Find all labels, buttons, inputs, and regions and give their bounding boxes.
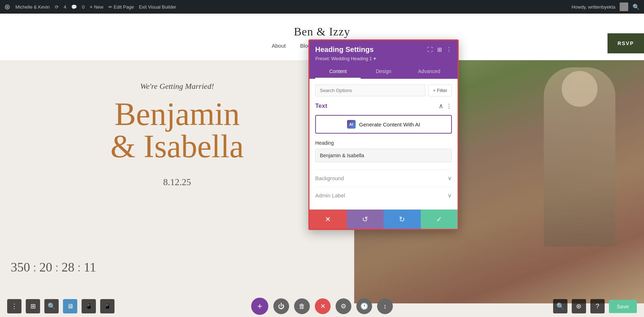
background-section[interactable]: Background ∨	[315, 169, 452, 187]
generate-ai-label: Generate Content With AI	[359, 121, 420, 128]
toolbar-search-right-button[interactable]: 🔍	[553, 299, 567, 313]
panel-tabs: Content Design Advanced	[315, 65, 452, 79]
bottom-toolbar: ⋮ ⊞ 🔍 🖥 📱 📱 + ⏻ 🗑 ✕ ⚙ 🕐 ↕ 🔍 ⊛ ? Save	[0, 296, 644, 317]
panel-body: + Filter Text ∧ ⋮ AI Generate Content Wi…	[309, 79, 458, 210]
heading-settings-panel: Heading Settings ⛶ ⊞ ⋮ Preset: Wedding H…	[308, 39, 459, 230]
name-line1: Benjamin	[111, 98, 244, 130]
plus-icon: +	[90, 4, 93, 10]
toolbar-help-button[interactable]: ?	[590, 299, 605, 313]
toolbar-menu-button[interactable]: ⋮	[7, 299, 21, 313]
section-icons: ∧ ⋮	[439, 102, 452, 110]
toolbar-resize-button[interactable]: ↕	[377, 298, 393, 314]
panel-undo-button[interactable]: ↺	[347, 210, 384, 229]
panel-header: Heading Settings ⛶ ⊞ ⋮ Preset: Wedding H…	[309, 40, 458, 79]
heading-field-input[interactable]	[315, 149, 452, 162]
countdown-hours: 20	[39, 260, 52, 275]
admin-label-chevron-icon: ∨	[448, 192, 452, 199]
panel-title-row: Heading Settings ⛶ ⊞ ⋮	[315, 45, 452, 54]
name-line2: & Isabella	[111, 130, 244, 163]
countdown-sep2: :	[55, 260, 59, 275]
wedding-date: 8.12.25	[163, 177, 191, 188]
panel-confirm-button[interactable]: ✓	[421, 210, 458, 229]
exit-builder-button[interactable]: Exit Visual Builder	[139, 4, 176, 10]
site-name[interactable]: Michelle & Kevin	[15, 4, 50, 10]
head-silhouette	[562, 71, 597, 107]
admin-bar-right: Howdy, writtenbyekta 🔍	[571, 3, 640, 11]
pencil-icon: ✏	[108, 4, 112, 10]
toolbar-delete-button[interactable]: 🗑	[294, 298, 310, 314]
countdown-seconds: 11	[84, 260, 96, 275]
toolbar-wireframe-button[interactable]: ⊞	[26, 299, 40, 313]
toolbar-settings-button[interactable]: ⚙	[336, 298, 351, 314]
revisions-icon: ⟳	[55, 4, 59, 10]
toolbar-tablet-button[interactable]: 📱	[82, 299, 96, 313]
admin-bar: ⊛ Michelle & Kevin ⟳ 4 💬 0 + New ✏ Edit …	[0, 0, 644, 14]
panel-preset[interactable]: Preset: Wedding Heading 1 ▾	[315, 56, 452, 65]
wp-logo-icon[interactable]: ⊛	[4, 3, 10, 11]
text-section-title: Text	[315, 102, 327, 110]
panel-fullscreen-icon[interactable]: ⛶	[427, 47, 433, 53]
panel-title: Heading Settings	[315, 45, 374, 54]
toolbar-desktop-button[interactable]: 🖥	[63, 299, 77, 313]
getting-married-text: We're Getting Married!	[140, 82, 214, 91]
admin-label-section[interactable]: Admin Label ∨	[315, 187, 452, 204]
admin-label-text: Admin Label	[315, 192, 345, 198]
comments-icon: 💬	[71, 4, 77, 10]
toolbar-layers-button[interactable]: ⊛	[572, 299, 586, 313]
search-row: + Filter	[315, 85, 452, 96]
countdown-days: 350	[11, 260, 30, 275]
tab-design[interactable]: Design	[361, 65, 406, 79]
countdown-sep1: :	[33, 260, 36, 275]
names-display: Benjamin & Isabella	[111, 98, 244, 163]
admin-bar-left: ⊛ Michelle & Kevin ⟳ 4 💬 0 + New ✏ Edit …	[4, 3, 566, 11]
countdown-sep3: :	[77, 260, 81, 275]
revisions-count[interactable]: 4	[64, 4, 66, 10]
background-label: Background	[315, 175, 344, 181]
toolbar-left: ⋮ ⊞ 🔍 🖥 📱 📱	[7, 299, 114, 313]
comments-count[interactable]: 0	[82, 4, 84, 10]
edit-page-button[interactable]: ✏ Edit Page	[108, 4, 134, 10]
save-button[interactable]: Save	[609, 300, 637, 313]
panel-header-icons: ⛶ ⊞ ⋮	[427, 46, 452, 53]
toolbar-search-button[interactable]: 🔍	[44, 299, 59, 313]
panel-cancel-button[interactable]: ✕	[309, 210, 347, 229]
howdy-text: Howdy, writtenbyekta	[571, 4, 615, 10]
generate-ai-button[interactable]: AI Generate Content With AI	[315, 115, 452, 134]
background-chevron-icon: ∨	[448, 175, 452, 182]
toolbar-power-button[interactable]: ⏻	[273, 298, 289, 314]
nav-about[interactable]: About	[272, 43, 286, 49]
site-title: Ben & Izzy	[294, 25, 350, 38]
heading-field-label: Heading	[315, 140, 452, 146]
new-button[interactable]: + New	[90, 4, 103, 10]
section-collapse-icon[interactable]: ∧	[439, 102, 443, 110]
ai-icon: AI	[347, 120, 356, 129]
toolbar-add-button[interactable]: +	[251, 298, 268, 315]
countdown-bar: 350 : 20 : 28 : 11	[11, 260, 96, 275]
preset-chevron-icon: ▾	[374, 56, 376, 61]
toolbar-right: 🔍 ⊛ ? Save	[553, 299, 637, 313]
section-more-icon[interactable]: ⋮	[446, 103, 452, 110]
panel-pin-icon[interactable]: ⊞	[437, 46, 442, 53]
search-icon-adminbar[interactable]: 🔍	[633, 4, 640, 10]
toolbar-history-button[interactable]: 🕐	[356, 298, 372, 314]
countdown-minutes: 28	[62, 260, 74, 275]
filter-button[interactable]: + Filter	[428, 85, 452, 96]
panel-more-icon[interactable]: ⋮	[446, 46, 452, 53]
avatar[interactable]	[620, 3, 628, 11]
text-section-header: Text ∧ ⋮	[315, 102, 452, 110]
search-options-input[interactable]	[315, 85, 425, 96]
panel-redo-button[interactable]: ↻	[384, 210, 421, 229]
toolbar-mobile-button[interactable]: 📱	[100, 299, 114, 313]
rsvp-header-button[interactable]: RSVP	[608, 33, 644, 53]
tab-advanced[interactable]: Advanced	[406, 65, 452, 79]
panel-footer: ✕ ↺ ↻ ✓	[309, 210, 458, 229]
tab-content[interactable]: Content	[315, 65, 361, 79]
toolbar-close-button[interactable]: ✕	[315, 298, 331, 314]
toolbar-center: + ⏻ 🗑 ✕ ⚙ 🕐 ↕	[251, 298, 393, 315]
